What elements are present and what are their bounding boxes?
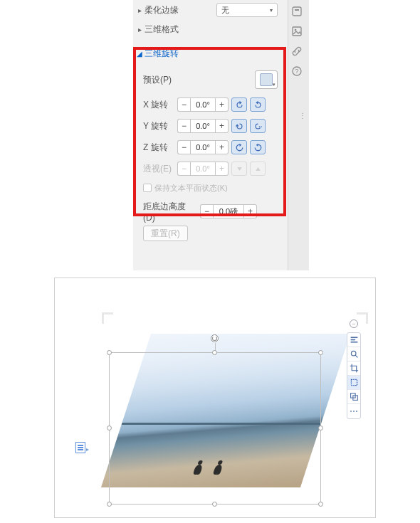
resize-handle-mr[interactable] [318,426,323,430]
perspective-label: 透视(E) [143,163,174,175]
perspective-stepper: − 0.0° + [177,162,229,176]
preset-label: 预设(P) [143,74,255,86]
reset-row: 重置(R) [133,222,288,245]
layout-options-icon[interactable] [75,442,85,453]
properties-icon[interactable] [290,4,304,19]
y-increment-button[interactable]: + [216,119,229,133]
tool-crop-icon[interactable] [347,361,360,376]
floating-toolbar: ⋯ [347,332,361,419]
rotation-3d-header[interactable]: ◢ 三维旋转 [133,44,288,63]
help-icon[interactable]: ? [290,64,304,78]
x-rotation-row: X 旋转 − 0.0° + [143,94,278,115]
perspective-widen-button [250,162,266,176]
x-rotation-stepper: − 0.0° + [177,97,229,112]
y-rotation-label: Y 旋转 [143,120,174,132]
resize-handle-bl[interactable] [107,502,112,507]
z-rotation-stepper: − 0.0° + [177,140,229,154]
crop-mark-tl [102,312,113,324]
caret-down-icon: ▾ [273,82,275,88]
perspective-input: 0.0° [190,162,216,176]
perspective-row: 透视(E) − 0.0° + [143,158,278,179]
x-rotation-input[interactable]: 0.0° [190,97,216,112]
svg-rect-8 [350,342,357,343]
svg-rect-1 [295,9,299,11]
distance-increment-button[interactable]: + [244,204,257,218]
soften-edges-select[interactable]: 无 ▾ [216,3,278,17]
x-rotate-left-button[interactable] [231,97,247,112]
x-increment-button[interactable]: + [216,97,229,112]
caret-down-icon: ▸ [86,446,89,453]
soften-edges-value: 无 [221,5,229,16]
z-rotation-row: Z 旋转 − 0.0° + [143,137,278,158]
resize-handle-tl[interactable] [107,350,112,355]
tool-more-icon[interactable]: ⋯ [347,404,360,418]
z-rotation-input[interactable]: 0.0° [190,140,216,154]
soften-edges-section[interactable]: ▸ 柔化边缘 无 ▾ [133,0,288,20]
svg-rect-6 [350,337,357,338]
soften-edges-label: 柔化边缘 [145,4,187,16]
x-rotate-right-button[interactable] [250,97,266,112]
reset-button[interactable]: 重置(R) [143,226,188,241]
svg-rect-2 [293,27,301,36]
rotation-3d-label: 三维旋转 [145,48,179,60]
tool-rotate-icon[interactable] [347,376,360,390]
distance-stepper: − 0.0磅 + [200,204,257,218]
svg-text:?: ? [295,68,298,75]
caret-down-icon: ▾ [270,7,273,14]
rotate-handle[interactable] [211,334,219,342]
distance-decrement-button[interactable]: − [200,204,213,218]
x-rotation-label: X 旋转 [143,99,174,111]
link-icon[interactable] [290,44,304,58]
svg-rect-11 [351,379,357,385]
svg-point-9 [351,351,356,356]
right-icon-column: ? [289,4,305,78]
z-decrement-button[interactable]: − [177,140,190,154]
z-rotate-cw-button[interactable] [250,140,266,154]
y-rotation-input[interactable]: 0.0° [190,119,216,133]
svg-line-10 [355,355,357,357]
keep-text-flat-label: 保持文本平面状态(K) [154,183,228,194]
perspective-decrement-button: − [177,162,190,176]
keep-text-flat-checkbox[interactable] [143,184,152,192]
svg-rect-7 [350,339,355,341]
preset-row: 预设(P) ▾ [143,65,278,94]
format-3d-label: 三维格式 [145,23,179,36]
z-rotation-label: Z 旋转 [143,142,174,154]
chevron-right-icon: ▸ [136,6,143,14]
collapse-button[interactable]: − [350,319,358,328]
perspective-narrow-button [231,162,247,176]
y-rotation-row: Y 旋转 − 0.0° + [143,115,278,137]
perspective-increment-button: + [216,162,229,176]
tool-align-icon[interactable] [347,333,360,347]
distance-input[interactable]: 0.0磅 [213,204,244,218]
tool-group-icon[interactable] [347,390,360,404]
rotation-3d-body: 预设(P) ▾ X 旋转 − 0.0° + [133,63,288,201]
selection-box[interactable] [109,352,321,504]
picture-icon[interactable] [290,24,304,38]
z-increment-button[interactable]: + [216,140,229,154]
resize-handle-tm[interactable] [212,350,217,355]
distance-label: 距底边高度(D) [143,201,197,223]
format-shape-inner: ▸ 柔化边缘 无 ▾ ▸ 三维格式 ◢ 三维旋转 预设(P) ▾ [133,0,288,270]
z-rotate-ccw-button[interactable] [231,140,247,154]
distance-row: 距底边高度(D) − 0.0磅 + [133,201,288,222]
chevron-down-icon: ◢ [136,50,143,58]
svg-rect-0 [293,7,301,16]
y-rotation-stepper: − 0.0° + [177,119,229,133]
y-rotate-up-button[interactable] [231,119,247,133]
resize-handle-tr[interactable] [318,350,323,355]
format-3d-header[interactable]: ▸ 三维格式 [133,20,288,38]
y-rotate-down-button[interactable] [250,119,266,133]
document-canvas: ▸ − ⋯ [54,278,376,518]
preset-dropdown[interactable]: ▾ [255,70,278,89]
x-decrement-button[interactable]: − [177,97,190,112]
resize-handle-bm[interactable] [212,502,217,507]
y-decrement-button[interactable]: − [177,119,190,133]
resize-handle-ml[interactable] [107,426,112,430]
resize-handle-br[interactable] [318,502,323,507]
preset-swatch-icon [260,73,273,86]
keep-text-flat-row[interactable]: 保持文本平面状态(K) [143,179,278,196]
svg-point-3 [295,29,297,31]
tool-zoom-icon[interactable] [347,347,360,361]
overflow-icon[interactable]: ⋮ [299,112,307,120]
